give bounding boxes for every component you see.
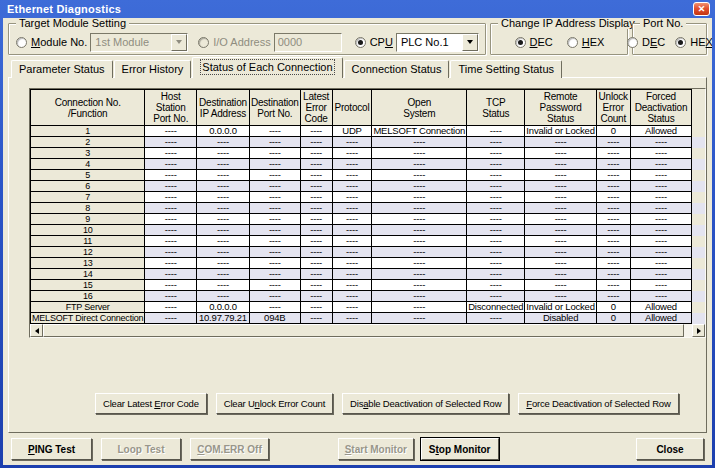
grid-cell[interactable]: ---- [197, 192, 250, 203]
grid-cell[interactable]: ---- [300, 126, 332, 137]
grid-cell[interactable]: ---- [525, 247, 596, 258]
grid-cell[interactable]: ---- [300, 313, 332, 324]
grid-cell[interactable]: ---- [300, 192, 332, 203]
grid-cell[interactable]: ---- [596, 203, 630, 214]
grid-cell[interactable]: ---- [596, 258, 630, 269]
tab-error-history[interactable]: Error History [114, 60, 192, 78]
close-button[interactable]: Close [636, 438, 704, 460]
grid-cell[interactable]: ---- [249, 137, 300, 148]
grid-cell[interactable]: ---- [332, 170, 372, 181]
port-dec-radio[interactable]: DEC [627, 36, 665, 48]
grid-cell[interactable]: Invalid or Locked [525, 126, 596, 137]
grid-cell[interactable]: ---- [525, 225, 596, 236]
grid-cell[interactable]: ---- [145, 148, 197, 159]
grid-cell[interactable]: ---- [372, 302, 467, 313]
grid-cell[interactable]: ---- [145, 291, 197, 302]
grid-cell[interactable]: ---- [596, 280, 630, 291]
grid-cell[interactable]: ---- [249, 302, 300, 313]
grid-cell[interactable]: ---- [630, 159, 692, 170]
grid-cell[interactable]: ---- [332, 181, 372, 192]
row-label[interactable]: 10 [31, 225, 145, 236]
row-label[interactable]: 6 [31, 181, 145, 192]
grid-cell[interactable]: ---- [467, 280, 525, 291]
grid-cell[interactable]: ---- [596, 181, 630, 192]
grid-cell[interactable]: ---- [145, 236, 197, 247]
grid-cell[interactable]: ---- [467, 247, 525, 258]
row-label[interactable]: FTP Server [31, 302, 145, 313]
grid-cell[interactable]: ---- [332, 269, 372, 280]
scroll-right-button[interactable] [692, 324, 705, 337]
grid-cell[interactable]: ---- [332, 236, 372, 247]
grid-cell[interactable]: ---- [467, 148, 525, 159]
grid-cell[interactable]: ---- [596, 247, 630, 258]
grid-cell[interactable]: ---- [630, 258, 692, 269]
row-label[interactable]: MELSOFT Direct Connection [31, 313, 145, 324]
grid-cell[interactable]: ---- [467, 225, 525, 236]
grid-cell[interactable]: ---- [372, 280, 467, 291]
grid-cell[interactable]: ---- [372, 148, 467, 159]
grid-cell[interactable]: ---- [300, 280, 332, 291]
grid-cell[interactable]: ---- [249, 170, 300, 181]
grid-cell[interactable]: ---- [630, 148, 692, 159]
grid-cell[interactable]: ---- [300, 225, 332, 236]
grid-cell[interactable]: ---- [300, 203, 332, 214]
grid-cell[interactable]: ---- [525, 214, 596, 225]
grid-cell[interactable]: ---- [197, 280, 250, 291]
dropdown-button[interactable] [462, 34, 478, 51]
grid-cell[interactable]: ---- [332, 137, 372, 148]
grid-cell[interactable]: ---- [300, 214, 332, 225]
row-label[interactable]: 1 [31, 126, 145, 137]
grid-cell[interactable]: ---- [525, 269, 596, 280]
grid-cell[interactable]: ---- [197, 148, 250, 159]
grid-cell[interactable]: ---- [372, 313, 467, 324]
tab-connection-status[interactable]: Connection Status [344, 60, 450, 78]
grid-cell[interactable]: Allowed [630, 313, 692, 324]
ping-test-button[interactable]: PING Test [11, 438, 92, 460]
grid-cell[interactable]: ---- [249, 214, 300, 225]
grid-cell[interactable]: ---- [197, 170, 250, 181]
row-label[interactable]: 9 [31, 214, 145, 225]
grid-cell[interactable]: ---- [249, 159, 300, 170]
grid-cell[interactable]: ---- [630, 203, 692, 214]
grid-cell[interactable]: ---- [596, 214, 630, 225]
grid-cell[interactable]: ---- [332, 247, 372, 258]
grid-cell[interactable]: ---- [197, 258, 250, 269]
grid-cell[interactable]: ---- [372, 170, 467, 181]
close-icon[interactable]: ✕ [693, 2, 710, 16]
grid-cell[interactable]: ---- [332, 225, 372, 236]
row-label[interactable]: 13 [31, 258, 145, 269]
grid-cell[interactable]: ---- [300, 247, 332, 258]
grid-cell[interactable]: ---- [372, 214, 467, 225]
grid-cell[interactable]: ---- [525, 291, 596, 302]
grid-cell[interactable]: ---- [630, 247, 692, 258]
radio-unchecked-icon[interactable] [567, 37, 578, 48]
grid-cell[interactable]: ---- [630, 214, 692, 225]
grid-cell[interactable]: ---- [467, 181, 525, 192]
grid-cell[interactable]: ---- [249, 203, 300, 214]
grid-cell[interactable]: ---- [249, 148, 300, 159]
grid-cell[interactable]: ---- [145, 258, 197, 269]
row-label[interactable]: 3 [31, 148, 145, 159]
grid-cell[interactable]: ---- [197, 236, 250, 247]
grid-cell[interactable]: 0 [596, 302, 630, 313]
grid-cell[interactable]: ---- [467, 170, 525, 181]
grid-cell[interactable]: ---- [300, 291, 332, 302]
grid-cell[interactable]: ---- [197, 291, 250, 302]
radio-checked-icon[interactable] [675, 37, 686, 48]
tab-parameter-status[interactable]: Parameter Status [11, 60, 113, 78]
row-label[interactable]: 4 [31, 159, 145, 170]
grid-cell[interactable]: ---- [332, 203, 372, 214]
grid-cell[interactable]: ---- [596, 236, 630, 247]
grid-cell[interactable]: ---- [145, 137, 197, 148]
grid-cell[interactable]: ---- [630, 291, 692, 302]
stop-monitor-button[interactable]: Stop Monitor [421, 438, 499, 460]
grid-cell[interactable]: Allowed [630, 302, 692, 313]
grid-cell[interactable]: ---- [332, 214, 372, 225]
grid-cell[interactable]: ---- [249, 247, 300, 258]
grid-cell[interactable]: ---- [596, 170, 630, 181]
grid-cell[interactable]: ---- [249, 280, 300, 291]
grid-cell[interactable]: ---- [630, 137, 692, 148]
grid-cell[interactable]: ---- [630, 181, 692, 192]
grid-cell[interactable]: ---- [467, 203, 525, 214]
grid-cell[interactable]: ---- [197, 247, 250, 258]
